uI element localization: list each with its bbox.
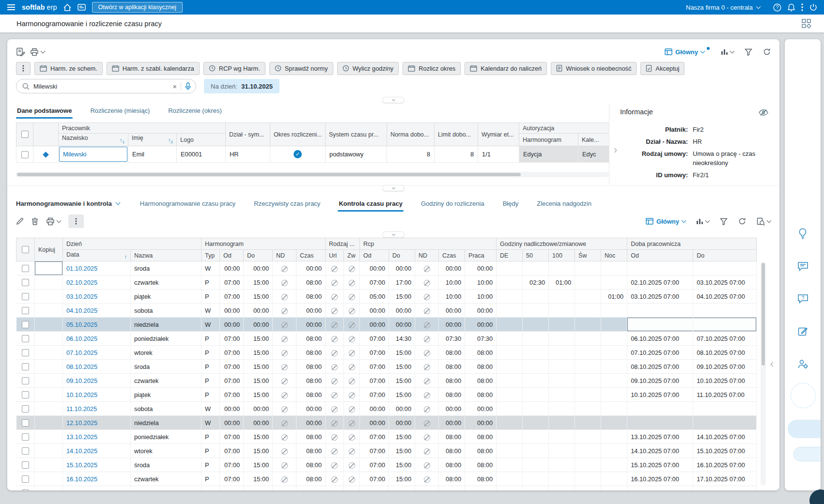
power-icon[interactable] (809, 3, 817, 11)
kopiuj-cell[interactable] (35, 261, 63, 275)
tab-zlecenia-nadgodzin[interactable]: Zlecenia nadgodzin (536, 197, 592, 212)
schedule-row[interactable]: 16.10.2025czwartekP07:0015:0008:0007:001… (16, 472, 757, 486)
row-checkbox[interactable] (21, 151, 29, 158)
print-button[interactable] (30, 48, 45, 56)
preview-button[interactable] (757, 217, 771, 226)
select-all-checkbox[interactable] (21, 131, 29, 138)
schedule-row[interactable]: 08.10.2025środaP07:0015:0008:0007:0015:0… (16, 360, 757, 374)
kopiuj-cell[interactable] (35, 275, 63, 290)
col-noc[interactable]: Noc (601, 250, 627, 261)
tab-rozliczenie-okres[interactable]: Rozliczenie (okres) (167, 104, 223, 119)
action-button-rcp-wg-harm[interactable]: RCP wg Harm. (203, 62, 265, 75)
row-checkbox[interactable] (22, 321, 29, 328)
date-link[interactable]: 06.10.2025 (66, 335, 97, 342)
col-okres[interactable]: Okres rozliczeni... (270, 123, 326, 146)
action-button-wniosek-o-nieobecność[interactable]: Wniosek o nieobecność (551, 62, 637, 75)
harmonogram-auth-cell[interactable]: Edycja (519, 146, 578, 162)
row-checkbox[interactable] (22, 391, 29, 398)
action-button-harm-z-szabl-kalendarza[interactable]: Harm. z szabl. kalendarza (107, 62, 200, 75)
action-button-harm-ze-schem[interactable]: Harm. ze schem. (34, 62, 103, 75)
open-classic-app-button[interactable]: Otwórz w aplikacji klasycznej (92, 2, 183, 13)
col-dzial[interactable]: Dział - sym... (226, 123, 270, 146)
row-checkbox[interactable] (22, 475, 29, 483)
col-h-nd[interactable]: ND (273, 250, 296, 261)
row-checkbox[interactable] (22, 405, 29, 412)
tab-godziny-do-rozliczenia[interactable]: Godziny do rozliczenia (420, 197, 485, 212)
col-h-do[interactable]: Do (244, 250, 273, 261)
notes-edit-icon[interactable] (794, 324, 811, 338)
print-button-lower[interactable] (46, 217, 61, 226)
col-h-od[interactable]: Od (220, 250, 244, 261)
kopiuj-cell[interactable] (35, 332, 63, 346)
kopiuj-cell[interactable] (35, 416, 63, 430)
kopiuj-cell[interactable] (35, 402, 63, 416)
schedule-row[interactable]: 13.10.2025poniedziałekP07:0015:0008:0007… (16, 430, 757, 444)
filter-button-lower[interactable] (720, 218, 728, 225)
col-r-od[interactable]: Od (360, 250, 389, 261)
home-icon[interactable] (63, 4, 71, 11)
col-kalendarz[interactable]: Kale... (578, 134, 609, 146)
kopiuj-cell[interactable] (35, 444, 63, 458)
schedule-row[interactable]: 05.10.2025niedzielaW00:0000:0000:0000:00… (16, 318, 757, 332)
schedule-row[interactable]: 04.10.2025sobotaW00:0000:0000:0000:0000:… (16, 304, 757, 318)
row-checkbox[interactable] (22, 349, 29, 356)
hint-lightbulb-icon[interactable] (794, 227, 811, 241)
col-url[interactable]: Url (326, 250, 344, 261)
col-data[interactable]: Data↑ (63, 250, 131, 261)
col-r-nd[interactable]: ND (415, 250, 439, 261)
kopiuj-cell[interactable] (35, 472, 63, 486)
employee-row[interactable]: Milewski Emil E00001 HR ✓ podstawowy 8 8… (16, 146, 609, 163)
col-harmonogram[interactable]: Harmonogram (519, 134, 578, 146)
new-form-button[interactable] (16, 47, 25, 56)
date-link[interactable]: 08.10.2025 (66, 363, 97, 370)
schedule-row[interactable]: 06.10.2025poniedziałekP07:0015:0008:0007… (16, 332, 757, 346)
action-button-sprawdź-normy[interactable]: Sprawdź normy (269, 62, 333, 75)
collapse-lower-handle[interactable] (382, 231, 404, 238)
row-checkbox[interactable] (22, 279, 29, 286)
clear-search-icon[interactable]: × (172, 83, 177, 90)
as-of-date-chip[interactable]: Na dzień: 31.10.2025 (204, 79, 280, 93)
schedule-row[interactable]: 12.10.2025niedzielaW00:0000:0000:0000:00… (16, 416, 757, 430)
more-actions-button-lower[interactable] (68, 214, 84, 228)
notifications-bell-icon[interactable] (788, 3, 795, 12)
kopiuj-cell[interactable] (35, 388, 63, 402)
view-selector-lower[interactable]: Główny (646, 218, 685, 225)
collapse-upper-handle[interactable] (382, 97, 404, 103)
hide-panel-eye-icon[interactable] (759, 109, 769, 116)
kopiuj-cell[interactable] (35, 486, 63, 491)
col-doba-do[interactable]: Do (693, 250, 757, 261)
col-imie[interactable]: Imię↑2 (128, 134, 177, 146)
row-checkbox[interactable] (22, 335, 29, 342)
layout-grid-icon[interactable] (802, 19, 811, 29)
row-checkbox[interactable] (22, 363, 29, 370)
kopiuj-cell[interactable] (35, 374, 63, 388)
kopiuj-cell[interactable] (35, 360, 63, 374)
more-menu-icon[interactable] (801, 3, 803, 11)
schedule-row[interactable]: 17.10.2025piątekP07:0015:0008:0007:0015:… (16, 486, 757, 491)
date-link[interactable]: 15.10.2025 (66, 461, 97, 469)
row-checkbox[interactable] (22, 433, 29, 441)
row-checkbox[interactable] (22, 377, 29, 384)
schedule-row[interactable]: 09.10.2025czwartekP07:0015:0008:0007:001… (16, 374, 757, 388)
kopiuj-cell[interactable] (35, 304, 63, 318)
col-system[interactable]: System czasu pr... (326, 123, 387, 146)
col-100[interactable]: 100 (549, 250, 575, 261)
refresh-button-lower[interactable] (738, 217, 746, 225)
date-link[interactable]: 13.10.2025 (66, 433, 97, 441)
col-limit[interactable]: Limit dobo... (435, 123, 478, 146)
col-wymiar[interactable]: Wymiar et... (478, 123, 519, 146)
row-checkbox[interactable] (22, 447, 29, 455)
date-link[interactable]: 17.10.2025 (66, 489, 97, 491)
horizontal-scrollbar-thumb[interactable] (17, 173, 521, 176)
kopiuj-cell[interactable] (35, 346, 63, 360)
row-checkbox[interactable] (22, 293, 29, 300)
col-nazwa[interactable]: Nazwa (131, 250, 202, 261)
date-link[interactable]: 01.10.2025 (66, 265, 97, 272)
edit-button[interactable] (16, 217, 24, 225)
col-norma[interactable]: Norma dobo... (387, 123, 435, 146)
date-link[interactable]: 10.10.2025 (66, 391, 97, 398)
date-link[interactable]: 05.10.2025 (66, 321, 97, 328)
delete-button[interactable] (31, 217, 38, 225)
date-link[interactable]: 03.10.2025 (66, 293, 97, 300)
microphone-icon[interactable] (185, 82, 191, 91)
